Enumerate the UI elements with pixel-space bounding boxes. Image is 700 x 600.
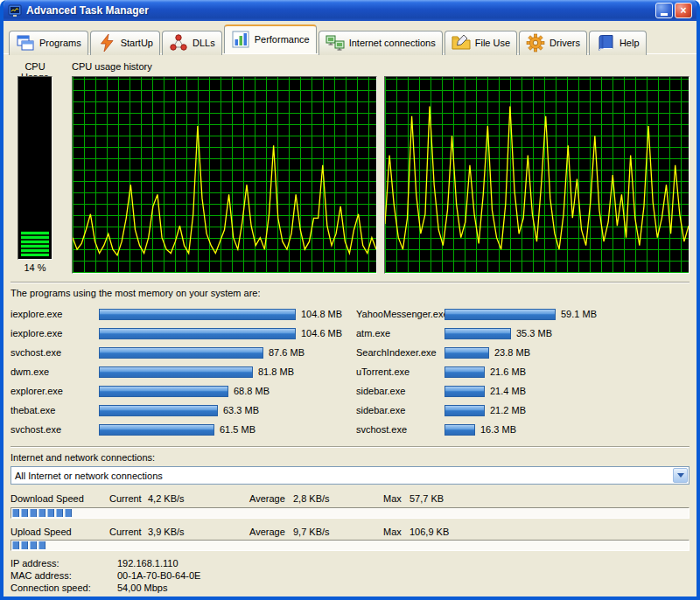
tab-label: Help	[620, 38, 640, 48]
tab-help[interactable]: Help	[589, 31, 647, 55]
upload-max-value: 106,9 KB	[410, 527, 449, 537]
download-current-label: Current	[109, 493, 148, 504]
window-controls: ×	[655, 3, 692, 18]
process-name: svchost.exe	[10, 347, 99, 358]
cpu-history-panel: CPU usage history	[72, 61, 690, 275]
minimize-icon	[661, 13, 668, 16]
upload-average-label: Average	[249, 527, 293, 537]
memory-value: 61.5 MB	[220, 424, 256, 435]
memory-value: 68.8 MB	[234, 386, 270, 396]
ip-address-row: IP address: 192.168.1.110	[10, 557, 690, 569]
process-name: sidebar.exe	[356, 386, 444, 396]
mac-address-label: MAC address:	[10, 570, 117, 581]
download-speed-label: Download Speed	[10, 493, 109, 504]
memory-row: iexplore.exe104.8 MB	[10, 304, 344, 324]
title-bar[interactable]: Advanced Task Manager ×	[4, 0, 696, 21]
tab-label: Performance	[255, 34, 310, 45]
tab-internet-connections[interactable]: Internet connections	[318, 31, 443, 55]
performance-section: CPU Usage 14 % CPU usage history	[10, 61, 690, 275]
upload-current-label: Current	[109, 527, 148, 537]
memory-value: 21.4 MB	[490, 386, 526, 396]
startup-icon	[97, 33, 116, 52]
process-name: svchost.exe	[356, 424, 444, 435]
close-icon: ×	[680, 4, 686, 17]
memory-bar	[444, 405, 485, 416]
memory-bar	[444, 328, 511, 339]
ip-address-label: IP address:	[10, 558, 117, 569]
download-progress-bar	[10, 507, 690, 519]
drivers-icon	[526, 33, 545, 52]
memory-value: 104.8 MB	[301, 309, 342, 319]
memory-row: uTorrent.exe21.6 MB	[356, 362, 690, 381]
mac-address-value: 00-1A-70-B0-64-0E	[117, 570, 200, 581]
performance-icon	[231, 30, 250, 49]
process-name: iexplore.exe	[10, 328, 99, 338]
dlls-icon	[169, 33, 188, 52]
memory-value: 16.3 MB	[480, 424, 516, 435]
memory-bar	[444, 347, 489, 359]
tab-label: Internet connections	[349, 38, 436, 48]
upload-current-value: 3,9 KB/s	[148, 527, 249, 537]
tab-programs[interactable]: Programs	[9, 31, 88, 55]
chevron-down-icon	[677, 473, 684, 478]
memory-list-right: YahooMessenger.exe59.1 MBatm.exe35.3 MBS…	[356, 304, 690, 439]
help-icon	[596, 33, 615, 52]
memory-row: svchost.exe87.6 MB	[10, 343, 344, 362]
memory-row: atm.exe35.3 MB	[356, 324, 690, 343]
process-name: explorer.exe	[10, 386, 99, 396]
tab-startup[interactable]: StartUp	[90, 31, 160, 55]
process-name: thebat.exe	[10, 405, 99, 415]
tab-file-use[interactable]: File Use	[444, 31, 517, 55]
cpu-usage-meter-fill	[21, 231, 49, 256]
tab-performance[interactable]: Performance	[224, 24, 317, 53]
memory-bar	[99, 424, 214, 436]
download-max-label: Max	[383, 493, 410, 504]
process-name: atm.exe	[356, 328, 444, 338]
process-name: iexplore.exe	[10, 309, 99, 319]
performance-tab-page: CPU Usage 14 % CPU usage history	[4, 54, 696, 597]
tab-label: DLLs	[192, 38, 215, 48]
memory-row: sidebar.exe21.2 MB	[356, 401, 690, 420]
memory-bar	[99, 309, 296, 320]
cpu-history-graph-2	[384, 76, 690, 274]
connection-speed-label: Connection speed:	[10, 583, 117, 593]
connection-speed-value: 54,00 Mbps	[117, 583, 167, 593]
upload-progress-fill	[12, 541, 46, 549]
memory-value: 21.2 MB	[490, 405, 526, 415]
section-divider	[10, 446, 690, 448]
memory-usage-list: iexplore.exe104.8 MBiexplore.exe104.6 MB…	[10, 304, 690, 439]
network-heading: Internet and network connections:	[10, 452, 690, 463]
upload-average-value: 9,7 KB/s	[293, 527, 383, 537]
download-average-label: Average	[249, 493, 293, 504]
memory-value: 87.6 MB	[269, 347, 304, 358]
upload-max-label: Max	[383, 527, 410, 537]
memory-bar	[444, 366, 485, 378]
advanced-task-manager-window: Advanced Task Manager × ProgramsStartUpD…	[0, 0, 700, 600]
minimize-button[interactable]	[655, 3, 673, 18]
memory-bar	[444, 309, 556, 320]
memory-bar	[99, 347, 263, 359]
tab-label: Drivers	[550, 38, 580, 48]
memory-row: iexplore.exe104.6 MB	[10, 324, 344, 343]
tab-drivers[interactable]: Drivers	[519, 31, 587, 55]
memory-value: 63.3 MB	[223, 405, 259, 415]
mac-address-row: MAC address: 00-1A-70-B0-64-0E	[10, 569, 690, 581]
memory-bar	[444, 424, 475, 436]
connection-select[interactable]: All Internet or network connections	[10, 466, 690, 485]
cpu-usage-panel: CPU Usage 14 %	[10, 61, 60, 275]
cpu-usage-label: CPU Usage	[10, 61, 60, 73]
tab-dlls[interactable]: DLLs	[162, 31, 222, 55]
memory-row: thebat.exe63.3 MB	[10, 401, 344, 420]
memory-value: 81.8 MB	[258, 366, 294, 377]
tab-bar: ProgramsStartUpDLLsPerformanceInternet c…	[4, 21, 696, 54]
dropdown-button[interactable]	[673, 468, 688, 483]
memory-value: 104.6 MB	[301, 328, 342, 338]
cpu-history-label: CPU usage history	[72, 61, 690, 73]
close-button[interactable]: ×	[675, 3, 692, 18]
memory-row: svchost.exe61.5 MB	[10, 420, 344, 439]
file-use-icon	[452, 33, 471, 52]
upload-speed-row: Upload Speed Current 3,9 KB/s Average 9,…	[10, 526, 690, 537]
download-progress-fill	[12, 509, 73, 517]
download-speed-row: Download Speed Current 4,2 KB/s Average …	[10, 493, 690, 505]
download-average-value: 2,8 KB/s	[293, 493, 383, 504]
